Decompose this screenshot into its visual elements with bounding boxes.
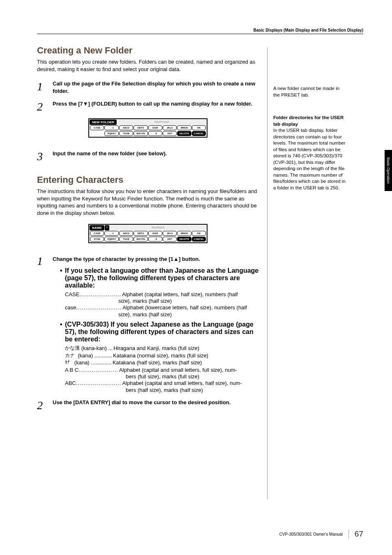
def-item: カナ (kana) ............ Katakana (normal … [65,352,259,359]
sidebar-note-1: A new folder cannot be made in the PRESE… [273,85,347,98]
section-title-creating: Creating a New Folder [37,45,259,56]
page-number: 67 [348,530,363,539]
def-cont: bers (full size), marks (full size) [65,373,259,380]
keypad-key: DELETE [177,131,191,136]
column-divider [267,47,267,499]
keypad-key: CANCEL [192,131,206,136]
side-tab: Basic Operation [385,150,392,191]
keypad-key: TUV8 [119,131,133,136]
keypad-key: CASE [90,125,104,130]
keypad-key: DELETE [177,237,191,242]
keypad-key: WXYZ9 [134,237,148,242]
step-2: 2 Press the [7▼] (FOLDER) button to call… [37,100,259,113]
header-breadcrumb: Basic Displays (Main Display and File Se… [254,28,363,32]
def-cont: size), marks (half size) [65,311,259,318]
step-text: Use the [DATA ENTRY] dial to move the cu… [53,399,259,411]
keypad-key: MNO6 [177,231,191,236]
def-item: A B C..................... Alphabet (cap… [65,366,259,374]
keypad-key: ._-1 [104,231,118,236]
bullet-mark: • [60,267,65,289]
step-text: Input the name of the new folder (see be… [53,150,259,162]
keypad-key: JKL5 [163,231,177,236]
keypad-key: TUV8 [119,237,133,242]
keypad-key: _ 0 [148,131,162,136]
bullet-header: If you select a language other than Japa… [65,267,259,289]
bullet-mark: • [60,321,65,343]
section-title-entering: Entering Characters [37,175,259,185]
sidebar-title: Folder directories for the USER tab disp… [273,115,347,127]
entering-step-1: 1 Change the type of character by pressi… [37,256,259,393]
def-item: ｶﾅ (kana) .............. Katakana (half … [65,359,259,366]
bullet-header: (CVP-305/303) If you select Japanese as … [65,321,259,343]
keypad-key: ._-1 [104,125,118,130]
keypad-key: ABC2 [119,231,133,236]
step-number: 1 [37,256,53,393]
footer-text: CVP-305/303/301 Owner's Manual [279,532,343,537]
main-content: Creating a New Folder This operation let… [37,45,259,417]
keypad-key: _ 0 [148,237,162,242]
def-item: ABC........................ Alphabet (ca… [65,380,259,387]
step-number: 2 [37,100,53,113]
display-screenshot-1: NEW FOLDER NewFolder CASE ._-1 ABC2 DEF3… [37,118,259,138]
keypad-key: OK [192,231,206,236]
keypad-key: PQRS7 [104,237,118,242]
keypad-key: PQRS7 [104,131,118,136]
header-rule [37,34,363,34]
footer: CVP-305/303/301 Owner's Manual 67 [29,530,363,539]
step-1: 1 Call up the page of the File Selection… [37,80,259,94]
section-intro-creating: This operation lets you create new folde… [37,58,259,73]
def-cont: bers (half size), marks (half size) [65,387,259,393]
keypad-key: ICON [90,237,104,242]
display-field: NewFolder [118,120,206,125]
step-text: Call up the page of the File Selection d… [53,80,259,94]
keypad-key: DEF3 [134,231,148,236]
display-screenshot-2: NAME ♫ NewBank CASE ._-1 ABC2 DEF3 GHI4 … [37,224,259,243]
display-icon: ♫ [105,225,109,230]
sidebar-note-2: In the USER tab display, folder director… [273,127,347,191]
keypad-key: ABC2 [119,125,133,130]
keypad-key: DEF3 [134,125,148,130]
step-number: 2 [37,399,53,411]
def-item: CASE...................... Alphabet (cap… [65,291,259,298]
step-3: 3 Input the name of the new folder (see … [37,150,259,162]
display-tab: NEW FOLDER [90,120,117,125]
def-item: かな漢 (kana-kan) ... Hiragana and Kanji, m… [65,345,259,352]
entering-step-2: 2 Use the [DATA ENTRY] dial to move the … [37,399,259,411]
step-number: 3 [37,150,53,162]
keypad-key: WXYZ9 [134,131,148,136]
step-number: 1 [37,80,53,94]
step-text: Press the [7▼] (FOLDER) button to call u… [53,100,259,113]
keypad-key: GHI4 [148,231,162,236]
def-cont: size), marks (half size) [65,298,259,304]
keypad-key: OK [192,125,206,130]
right-column: A new folder cannot be made in the PRESE… [273,85,347,191]
step-text: Change the type of character by pressing… [53,256,259,263]
keypad-key: GHI4 [148,125,162,130]
keypad-key: AR? [163,237,177,242]
keypad-key: CASE [90,231,104,236]
def-item: case........................ Alphabet (l… [65,304,259,311]
display-field: NewBank [110,225,206,230]
keypad-key: MNO6 [177,125,191,130]
keypad-key: JKL5 [163,125,177,130]
section-intro-entering: The instructions that follow show you ho… [37,188,259,216]
keypad-key: CANCEL [192,237,206,242]
display-tab: NAME [90,225,104,230]
keypad-key: AR? [163,131,177,136]
